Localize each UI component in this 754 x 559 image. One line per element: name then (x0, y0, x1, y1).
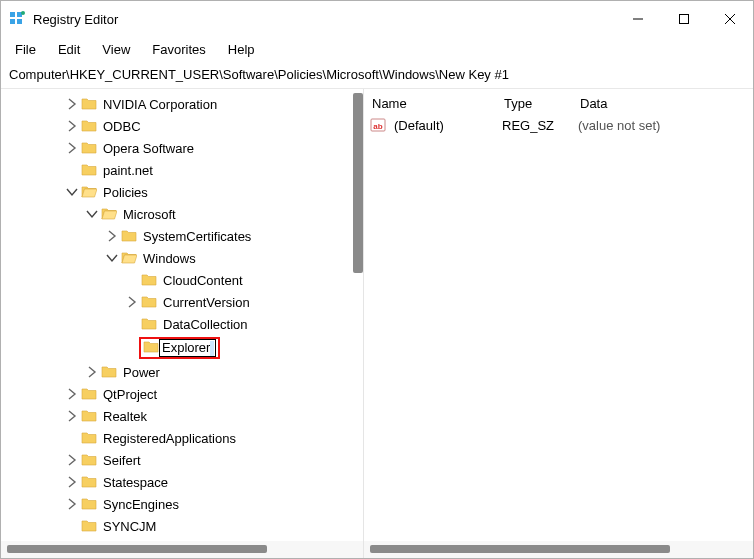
chevron-right-icon[interactable] (65, 475, 79, 489)
chevron-right-icon[interactable] (125, 295, 139, 309)
value-name: (Default) (386, 118, 494, 133)
chevron-right-icon[interactable] (85, 365, 99, 379)
window-controls (615, 1, 753, 37)
column-name[interactable]: Name (364, 94, 496, 113)
scrollbar-thumb[interactable] (370, 545, 670, 553)
folder-icon (121, 228, 137, 244)
tree-node-systemcertificates[interactable]: SystemCertificates (5, 225, 363, 247)
scrollbar-thumb[interactable] (7, 545, 267, 553)
chevron-right-icon[interactable] (65, 97, 79, 111)
chevron-right-icon[interactable] (65, 141, 79, 155)
expander-empty (125, 273, 139, 287)
tree-node-power[interactable]: Power (5, 361, 363, 383)
app-icon (9, 11, 25, 27)
folder-icon (141, 316, 157, 332)
tree-node-statespace[interactable]: Statespace (5, 471, 363, 493)
tree-node-currentversion[interactable]: CurrentVersion (5, 291, 363, 313)
tree-node-datacollection[interactable]: DataCollection (5, 313, 363, 335)
tree-label: Microsoft (121, 207, 178, 222)
tree-node-nvidia[interactable]: NVIDIA Corporation (5, 93, 363, 115)
list-header: Name Type Data (364, 89, 753, 113)
close-button[interactable] (707, 1, 753, 37)
tree-node-microsoft[interactable]: Microsoft (5, 203, 363, 225)
menu-favorites[interactable]: Favorites (142, 40, 215, 59)
tree-label: Windows (141, 251, 198, 266)
folder-icon (81, 408, 97, 424)
horizontal-scrollbar-left[interactable] (1, 541, 363, 558)
tree-node-policies[interactable]: Policies (5, 181, 363, 203)
registry-tree[interactable]: NVIDIA Corporation ODBC Opera Software p… (1, 89, 363, 541)
tree-node-realtek[interactable]: Realtek (5, 405, 363, 427)
value-type: REG_SZ (494, 118, 570, 133)
folder-icon (101, 364, 117, 380)
expander-empty (65, 519, 79, 533)
rename-input[interactable]: Explorer (159, 339, 216, 357)
tree-node-explorer-highlight: Explorer (5, 335, 363, 361)
menu-file[interactable]: File (5, 40, 46, 59)
chevron-right-icon[interactable] (65, 387, 79, 401)
chevron-down-icon[interactable] (85, 207, 99, 221)
tree-pane: NVIDIA Corporation ODBC Opera Software p… (1, 89, 363, 558)
tree-label: RegisteredApplications (101, 431, 238, 446)
folder-open-icon (81, 184, 97, 200)
folder-icon (81, 162, 97, 178)
tree-label: Realtek (101, 409, 149, 424)
chevron-right-icon[interactable] (65, 119, 79, 133)
folder-icon (81, 496, 97, 512)
tree-label: CurrentVersion (161, 295, 252, 310)
menu-edit[interactable]: Edit (48, 40, 90, 59)
tree-node-syncengines[interactable]: SyncEngines (5, 493, 363, 515)
chevron-down-icon[interactable] (65, 185, 79, 199)
address-bar[interactable]: Computer\HKEY_CURRENT_USER\Software\Poli… (1, 63, 753, 89)
menu-help[interactable]: Help (218, 40, 265, 59)
folder-icon (81, 96, 97, 112)
chevron-right-icon[interactable] (105, 229, 119, 243)
folder-icon (81, 474, 97, 490)
horizontal-scrollbar-right[interactable] (364, 541, 753, 558)
vertical-scrollbar[interactable] (353, 93, 363, 273)
tree-label: Power (121, 365, 162, 380)
tree-node-opera[interactable]: Opera Software (5, 137, 363, 159)
tree-node-windows[interactable]: Windows (5, 247, 363, 269)
tree-label: paint.net (101, 163, 155, 178)
chevron-right-icon[interactable] (65, 453, 79, 467)
minimize-button[interactable] (615, 1, 661, 37)
menubar: File Edit View Favorites Help (1, 37, 753, 63)
svg-point-4 (21, 11, 25, 15)
svg-rect-3 (17, 19, 22, 24)
tree-node-seifert[interactable]: Seifert (5, 449, 363, 471)
folder-open-icon (101, 206, 117, 222)
values-list[interactable]: ab (Default) REG_SZ (value not set) (364, 113, 753, 541)
value-data: (value not set) (570, 118, 753, 133)
column-type[interactable]: Type (496, 94, 572, 113)
string-value-icon: ab (370, 117, 386, 133)
chevron-right-icon[interactable] (65, 497, 79, 511)
tree-node-syncjm[interactable]: SYNCJM (5, 515, 363, 537)
tree-node-paintnet[interactable]: paint.net (5, 159, 363, 181)
values-pane: Name Type Data ab (Default) REG_SZ (valu… (364, 89, 753, 558)
column-data[interactable]: Data (572, 94, 753, 113)
svg-rect-0 (10, 12, 15, 17)
tree-node-registeredapplications[interactable]: RegisteredApplications (5, 427, 363, 449)
folder-icon (143, 339, 159, 358)
svg-text:ab: ab (373, 122, 382, 131)
value-row[interactable]: ab (Default) REG_SZ (value not set) (364, 115, 753, 135)
menu-view[interactable]: View (92, 40, 140, 59)
expander-empty (65, 431, 79, 445)
tree-node-qtproject[interactable]: QtProject (5, 383, 363, 405)
svg-rect-6 (680, 15, 689, 24)
chevron-down-icon[interactable] (105, 251, 119, 265)
folder-icon (141, 294, 157, 310)
tree-node-cloudcontent[interactable]: CloudContent (5, 269, 363, 291)
tree-node-odbc[interactable]: ODBC (5, 115, 363, 137)
folder-icon (81, 452, 97, 468)
window-title: Registry Editor (33, 12, 615, 27)
expander-empty (65, 163, 79, 177)
maximize-button[interactable] (661, 1, 707, 37)
folder-icon (81, 140, 97, 156)
folder-icon (81, 518, 97, 534)
tree-label: CloudContent (161, 273, 245, 288)
tree-label: Seifert (101, 453, 143, 468)
tree-label: ODBC (101, 119, 143, 134)
chevron-right-icon[interactable] (65, 409, 79, 423)
